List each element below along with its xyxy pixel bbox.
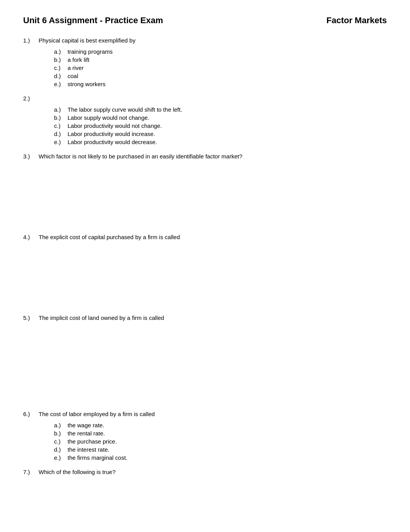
list-item: e.) Labor productivity would decrease.: [54, 139, 387, 145]
list-item: d.) the interest rate.: [54, 446, 387, 453]
answer-text: Labor productivity would not change.: [68, 122, 162, 129]
answer-letter: c.): [54, 438, 68, 445]
answer-text: The labor supply curve would shift to th…: [68, 106, 182, 113]
answer-letter: b.): [54, 430, 68, 437]
question-2-answers: a.) The labor supply curve would shift t…: [54, 106, 387, 145]
answer-letter: d.): [54, 73, 68, 79]
question-6-text: The cost of labor employed by a firm is …: [39, 411, 155, 417]
answer-letter: a.): [54, 48, 68, 55]
question-5-blank-space: [23, 326, 387, 403]
list-item: c.) Labor productivity would not change.: [54, 122, 387, 129]
page-subtitle: Factor Markets: [326, 15, 387, 25]
question-7-text: Which of the following is true?: [39, 469, 115, 475]
list-item: d.) Labor productivity would increase.: [54, 131, 387, 137]
answer-letter: d.): [54, 446, 68, 453]
page-header: Unit 6 Assignment - Practice Exam Factor…: [23, 15, 387, 25]
list-item: a.) The labor supply curve would shift t…: [54, 106, 387, 113]
question-3-blank-space: [23, 164, 387, 226]
answer-text: the firms marginal cost.: [68, 454, 127, 461]
question-3-number: 3.): [23, 153, 39, 160]
answer-text: strong workers: [68, 81, 105, 87]
answer-letter: e.): [54, 139, 68, 145]
question-5: 5.) The implicit cost of land owned by a…: [23, 314, 387, 403]
answer-letter: c.): [54, 122, 68, 129]
answer-letter: b.): [54, 56, 68, 63]
answer-letter: a.): [54, 106, 68, 113]
question-6-answers: a.) the wage rate. b.) the rental rate. …: [54, 422, 387, 461]
answer-text: coal: [68, 73, 78, 79]
question-1-text: Physical capital is best exemplified by: [39, 37, 136, 44]
question-7-number: 7.): [23, 469, 39, 475]
question-4: 4.) The explicit cost of capital purchas…: [23, 234, 387, 307]
list-item: a.) the wage rate.: [54, 422, 387, 428]
answer-letter: a.): [54, 422, 68, 428]
answer-letter: e.): [54, 454, 68, 461]
list-item: d.) coal: [54, 73, 387, 79]
question-4-text: The explicit cost of capital purchased b…: [39, 234, 180, 240]
question-7-blank-space: [23, 480, 387, 532]
list-item: b.) Labor supply would not change.: [54, 114, 387, 121]
answer-text: the interest rate.: [68, 446, 109, 453]
answer-text: Labor productivity would decrease.: [68, 139, 157, 145]
question-3: 3.) Which factor is not likely to be pur…: [23, 153, 387, 226]
list-item: b.) the rental rate.: [54, 430, 387, 437]
list-item: c.) a river: [54, 65, 387, 71]
list-item: b.) a fork lift: [54, 56, 387, 63]
question-5-number: 5.): [23, 314, 39, 321]
list-item: c.) the purchase price.: [54, 438, 387, 445]
list-item: a.) training programs: [54, 48, 387, 55]
answer-letter: b.): [54, 114, 68, 121]
answer-text: a river: [68, 65, 84, 71]
answer-text: a fork lift: [68, 56, 90, 63]
answer-letter: e.): [54, 81, 68, 87]
question-2-number: 2.): [23, 95, 39, 102]
question-6: 6.) The cost of labor employed by a firm…: [23, 411, 387, 461]
list-item: e.) strong workers: [54, 81, 387, 87]
answer-text: Labor supply would not change.: [68, 114, 149, 121]
question-7: 7.) Which of the following is true? b.) …: [23, 469, 387, 532]
answer-text: the purchase price.: [68, 438, 117, 445]
question-4-number: 4.): [23, 234, 39, 240]
answer-text: Labor productivity would increase.: [68, 131, 155, 137]
answer-letter: d.): [54, 131, 68, 137]
answer-text: the wage rate.: [68, 422, 104, 428]
question-1-answers: a.) training programs b.) a fork lift c.…: [54, 48, 387, 87]
question-6-number: 6.): [23, 411, 39, 417]
answer-text: training programs: [68, 48, 113, 55]
question-4-blank-space: [23, 245, 387, 307]
answer-text: the rental rate.: [68, 430, 105, 437]
question-2: 2.) a.) The labor supply curve would shi…: [23, 95, 387, 145]
question-1-number: 1.): [23, 37, 39, 44]
question-5-text: The implicit cost of land owned by a fir…: [39, 314, 164, 321]
list-item: e.) the firms marginal cost.: [54, 454, 387, 461]
question-1: 1.) Physical capital is best exemplified…: [23, 37, 387, 87]
page-title: Unit 6 Assignment - Practice Exam: [23, 15, 163, 25]
question-3-text: Which factor is not likely to be purchas…: [39, 153, 242, 160]
answer-letter: c.): [54, 65, 68, 71]
